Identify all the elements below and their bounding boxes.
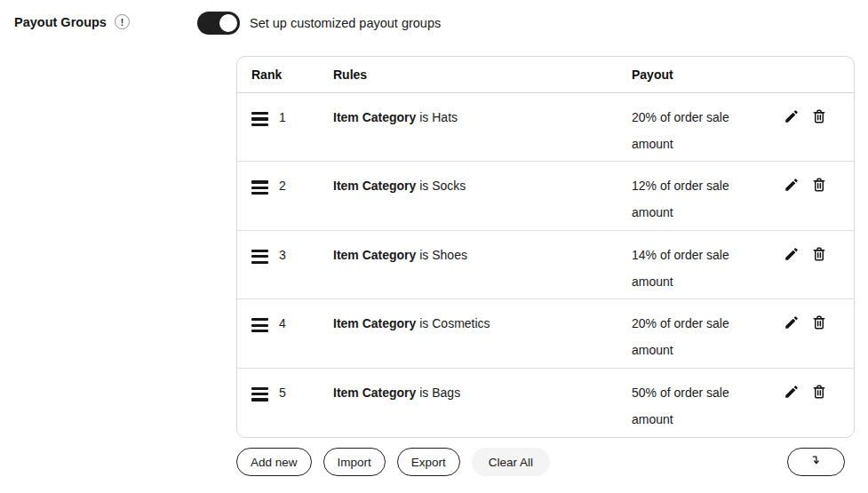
rank-number: 2 [279, 178, 286, 193]
edit-button[interactable] [784, 108, 800, 124]
row-actions [765, 246, 854, 262]
table-body: 1 Item Category is Hats 20% of order sal… [237, 93, 854, 437]
rank-number: 4 [279, 315, 286, 330]
column-header-rank: Rank [251, 68, 333, 82]
toggle-row: Set up customized payout groups [197, 12, 441, 35]
delete-button[interactable] [811, 384, 827, 400]
rule-field: Item Category [333, 179, 416, 193]
pencil-icon [784, 108, 800, 124]
trash-icon [811, 384, 827, 400]
import-button[interactable]: Import [323, 448, 386, 476]
rule-condition: is Cosmetics [416, 316, 490, 330]
jump-to-bottom-button[interactable] [787, 448, 845, 476]
edit-button[interactable] [784, 177, 800, 193]
delete-button[interactable] [811, 246, 827, 262]
trash-icon [811, 108, 827, 124]
row-actions [765, 314, 854, 330]
rule-field: Item Category [333, 248, 416, 262]
payout-text: 50% of order sale amount [632, 379, 765, 433]
table-row: 1 Item Category is Hats 20% of order sal… [237, 93, 854, 162]
toggle-label: Set up customized payout groups [250, 16, 441, 30]
rank-cell: 2 [251, 178, 333, 195]
edit-button[interactable] [784, 314, 800, 330]
payout-groups-settings-page: Payout Groups ! Set up customized payout… [0, 0, 868, 493]
info-icon[interactable]: ! [115, 14, 130, 29]
drag-handle-icon[interactable] [251, 178, 268, 195]
row-actions [765, 177, 854, 193]
column-header-rules: Rules [333, 68, 632, 82]
trash-icon [811, 246, 827, 262]
rule-field: Item Category [333, 316, 416, 330]
rank-cell: 5 [251, 385, 333, 402]
payout-text: 14% of order sale amount [632, 242, 765, 295]
rule-text: Item Category is Bags [333, 385, 632, 402]
rank-cell: 3 [251, 247, 333, 264]
table-row: 3 Item Category is Shoes 14% of order sa… [237, 231, 854, 299]
edit-button[interactable] [784, 246, 800, 262]
rule-condition: is Shoes [416, 248, 467, 262]
rule-field: Item Category [333, 110, 416, 124]
table-row: 2 Item Category is Socks 12% of order sa… [237, 162, 854, 230]
column-header-payout: Payout [632, 68, 765, 82]
rule-field: Item Category [333, 386, 416, 400]
table-row: 4 Item Category is Cosmetics 20% of orde… [237, 299, 854, 368]
payout-groups-toggle[interactable] [197, 12, 240, 35]
rank-cell: 1 [251, 109, 333, 126]
rank-number: 1 [279, 109, 286, 124]
payout-text: 20% of order sale amount [632, 310, 765, 363]
table-row: 5 Item Category is Bags 50% of order sal… [237, 369, 854, 437]
rule-text: Item Category is Hats [333, 109, 632, 126]
page-title-label: Payout Groups [14, 15, 107, 29]
rule-condition: is Socks [416, 179, 466, 193]
payout-groups-table: Rank Rules Payout 1 Item Category is Hat… [236, 56, 855, 438]
rule-condition: is Bags [416, 386, 460, 400]
pencil-icon [784, 314, 800, 330]
corner-down-arrow-icon [808, 453, 824, 471]
drag-handle-icon[interactable] [251, 247, 268, 264]
trash-icon [811, 177, 827, 193]
payout-text: 20% of order sale amount [632, 104, 765, 157]
drag-handle-icon[interactable] [251, 385, 268, 402]
clear-all-button[interactable]: Clear All [472, 448, 550, 476]
rank-number: 3 [279, 247, 286, 262]
drag-handle-icon[interactable] [251, 315, 268, 332]
add-new-button[interactable]: Add new [236, 448, 312, 476]
rule-text: Item Category is Socks [333, 178, 632, 195]
table-header: Rank Rules Payout [237, 57, 854, 93]
pencil-icon [784, 384, 800, 400]
rule-condition: is Hats [416, 110, 458, 124]
rank-number: 5 [279, 385, 286, 400]
rule-text: Item Category is Cosmetics [333, 315, 632, 332]
pencil-icon [784, 246, 800, 262]
delete-button[interactable] [811, 314, 827, 330]
export-button[interactable]: Export [397, 448, 460, 476]
page-title: Payout Groups ! [14, 14, 130, 29]
payout-text: 12% of order sale amount [632, 172, 765, 226]
edit-button[interactable] [784, 384, 800, 400]
drag-handle-icon[interactable] [251, 109, 268, 126]
row-actions [765, 108, 854, 124]
footer-actions: Add new Import Export Clear All [236, 448, 550, 476]
pencil-icon [784, 177, 800, 193]
toggle-knob [219, 14, 237, 32]
rank-cell: 4 [251, 315, 333, 332]
delete-button[interactable] [811, 177, 827, 193]
delete-button[interactable] [811, 108, 827, 124]
rule-text: Item Category is Shoes [333, 247, 632, 264]
trash-icon [811, 314, 827, 330]
row-actions [765, 384, 854, 400]
